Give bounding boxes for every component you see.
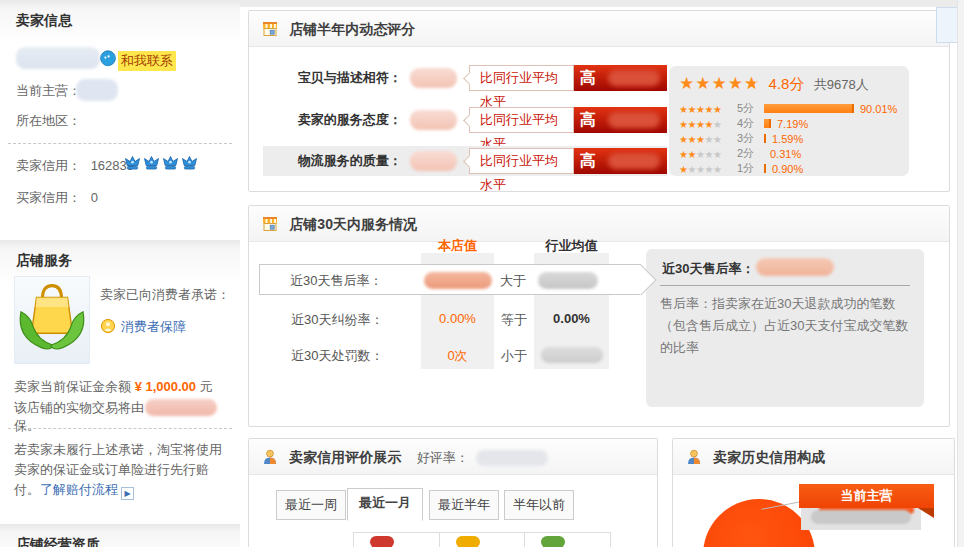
- dsr-row-logistics[interactable]: 物流服务的质量： 比同行业平均水平 高: [263, 146, 667, 176]
- shop-value-redacted: [424, 272, 492, 289]
- service-row-aftersale-selected[interactable]: 近30天售后率： 大于: [259, 264, 641, 295]
- dsr-panel-title: 店铺半年内动态评分: [289, 21, 415, 37]
- mini-star-icon: ★: [687, 164, 695, 175]
- tab-last-half-year[interactable]: 最近半年: [429, 490, 499, 520]
- star-icon: ★: [712, 74, 728, 93]
- dist-row-4: ★★★★★ 4分 7.19%: [679, 116, 808, 131]
- mini-star-icon: ★: [713, 164, 721, 175]
- industry-value: 0.00%: [534, 311, 609, 326]
- seller-info-section: 卖家信息 和我联系 当前主营： 所在地区： 卖家信用： 162839: [0, 0, 240, 218]
- qualification-section: 店铺经营资质: [0, 524, 240, 547]
- location-label: 所在地区：: [16, 113, 81, 128]
- dist-row-5: ★★★★★ 5分 90.01%: [679, 101, 897, 116]
- relation: 小于: [493, 347, 535, 365]
- wangwang-chat-icon[interactable]: [99, 50, 117, 68]
- mini-stars: ★★★★★: [679, 148, 737, 160]
- seller-info-title: 卖家信息: [0, 0, 240, 30]
- shop-value: 0.00%: [421, 311, 494, 326]
- mini-star-icon: ★: [687, 119, 695, 130]
- seller-credit-row: 卖家信用： 162839: [16, 157, 134, 175]
- mini-star-icon: ★: [704, 149, 712, 160]
- overall-score: 4.8分: [769, 75, 805, 92]
- dist-percent: 90.01%: [860, 103, 897, 115]
- guarantee-line: 该店铺的实物交易将由保。: [14, 399, 238, 435]
- learn-compensation-link[interactable]: 了解赔付流程: [40, 482, 118, 497]
- dsr-score-redacted: [410, 68, 457, 88]
- crown-icon: [181, 155, 198, 171]
- dist-bar: [764, 119, 771, 128]
- divider: [660, 285, 910, 286]
- badge-text: 比同行业平均水平: [469, 65, 574, 91]
- buyer-credit-value: 0: [91, 190, 98, 205]
- relation: 大于: [492, 272, 534, 290]
- review-panel-title: 卖家信用评价展示: [289, 449, 401, 465]
- col-header-industry: 行业均值: [534, 237, 609, 255]
- promise-text: 卖家已向消费者承诺：: [100, 286, 234, 304]
- consumer-protection-link[interactable]: 消费者保障: [121, 319, 186, 334]
- badge-text: 比同行业平均水平: [469, 107, 574, 133]
- callout-value-redacted: [811, 510, 911, 524]
- dsr-row-label: 物流服务的质量：: [263, 152, 402, 170]
- contact-me-link[interactable]: 和我联系: [118, 51, 176, 71]
- badge-percent-redacted: [608, 70, 660, 86]
- bad-rating-icon: [541, 536, 565, 547]
- review-cell-neutral: [440, 533, 526, 547]
- mini-star-icon: ★: [704, 164, 712, 175]
- guarantor-redacted: [145, 399, 217, 416]
- tab-last-week[interactable]: 最近一周: [276, 490, 346, 520]
- positive-rate-label: 好评率：: [417, 450, 469, 465]
- divider: [8, 143, 232, 144]
- dsr-row-service[interactable]: 卖家的服务态度： 比同行业平均水平 高: [263, 105, 667, 135]
- seller-credit-label: 卖家信用：: [16, 158, 81, 173]
- detail-value-redacted: [756, 258, 834, 276]
- play-icon[interactable]: ▶: [121, 487, 134, 500]
- dist-label: 5分: [737, 101, 764, 116]
- current-business-label: 当前主营：: [16, 83, 81, 98]
- rating-summary-box: ★★★★★☆ 4.8分 共9678人 ★★★★★ 5分 90.01% ★★★★★…: [669, 66, 909, 176]
- service-row-penalty[interactable]: 近30天处罚数： 0次 小于: [259, 345, 641, 367]
- badge-high-block: 高: [574, 148, 667, 174]
- crown-icon: [143, 155, 160, 171]
- shop-service-section: 店铺服务 卖家已向消费者承诺： 消费者保障 卖家当前保证: [0, 240, 240, 522]
- location-row: 所在地区：: [16, 112, 81, 130]
- star-icon: ★: [679, 74, 695, 93]
- badge-high-word: 高: [580, 151, 596, 172]
- service-30d-panel: 店铺30天内服务情况 本店值 行业均值 近30天售后率： 大于 近30天纠纷率：…: [248, 205, 950, 427]
- person-icon: [686, 443, 702, 475]
- good-rating-icon: [370, 536, 394, 547]
- aftersale-detail-box: 近30天售后率： 售后率：指卖家在近30天退款成功的笔数（包含售后成立）占近30…: [646, 249, 924, 407]
- seller-name-redacted: [16, 47, 100, 69]
- crown-icon: [162, 155, 179, 171]
- scrollbar-gutter[interactable]: [957, 0, 964, 547]
- service-row-label: 近30天售后率：: [290, 272, 382, 290]
- dsr-row-description[interactable]: 宝贝与描述相符： 比同行业平均水平 高: [263, 63, 667, 93]
- history-panel-header: 卖家历史信用构成: [673, 439, 954, 475]
- badge-percent-redacted: [608, 112, 660, 128]
- review-cell-good: [354, 533, 440, 547]
- service-row-dispute[interactable]: 近30天纠纷率： 0.00% 等于 0.00%: [259, 309, 641, 331]
- mini-star-icon: ★: [687, 104, 695, 115]
- dist-label: 1分: [737, 161, 764, 176]
- shop-icon: [262, 15, 278, 47]
- medal-icon: [100, 318, 116, 334]
- current-business-banner: 当前主营: [799, 484, 934, 508]
- shop-value: 0次: [421, 347, 494, 365]
- service-row-label: 近30天纠纷率：: [291, 311, 383, 329]
- detail-title: 近30天售后率：: [662, 260, 754, 278]
- dsr-panel-header: 店铺半年内动态评分: [249, 11, 949, 47]
- mini-star-icon: ★: [704, 104, 712, 115]
- tab-before-half-year[interactable]: 半年以前: [504, 490, 574, 520]
- consumer-protection-row: 消费者保障: [100, 318, 186, 336]
- seller-rating-page: 卖家信息 和我联系 当前主营： 所在地区： 卖家信用： 162839: [0, 0, 964, 547]
- dsr-score-redacted: [410, 151, 457, 171]
- mini-stars: ★★★★★: [679, 163, 737, 175]
- dist-row-3: ★★★★★ 3分 1.59%: [679, 131, 803, 146]
- consumer-guarantee-icon: [14, 276, 90, 364]
- star-partial-icon: ★☆: [744, 73, 760, 94]
- tab-last-month[interactable]: 最近一月: [347, 488, 423, 521]
- history-panel: 卖家历史信用构成 当前主营: [672, 438, 955, 547]
- dist-label: 4分: [737, 116, 764, 131]
- neutral-rating-icon: [456, 536, 480, 547]
- qualification-title: 店铺经营资质: [0, 524, 240, 547]
- clipped-side-widget: [936, 7, 958, 43]
